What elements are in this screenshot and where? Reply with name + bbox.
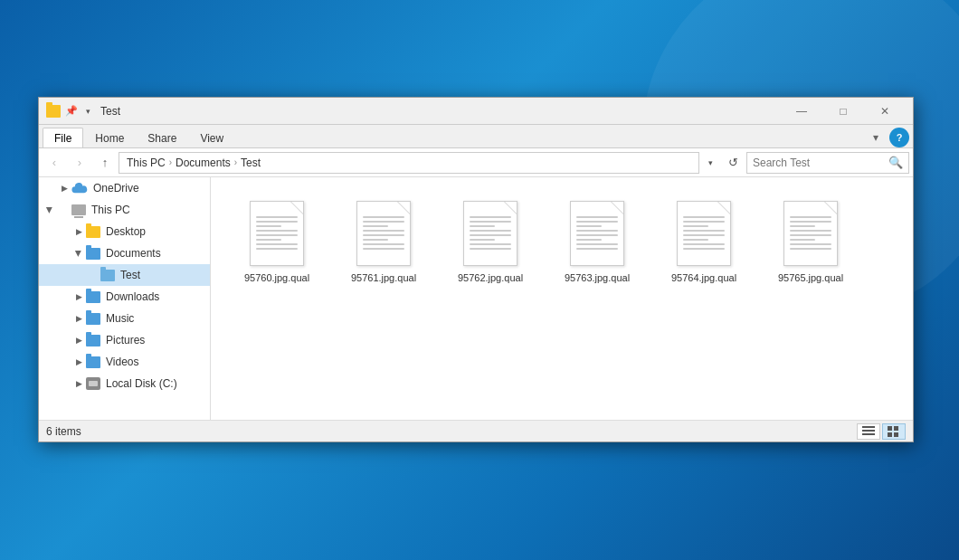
path-segment-thispc[interactable]: This PC <box>127 157 166 169</box>
sidebar-label-desktop: Desktop <box>106 225 146 238</box>
doc-lines <box>363 216 404 250</box>
doc-line <box>790 243 831 245</box>
sidebar-label-thispc: This PC <box>91 204 130 216</box>
doc-line <box>576 248 618 250</box>
svg-rect-1 <box>862 426 875 428</box>
window-title: Test <box>100 105 781 118</box>
tab-home[interactable]: Home <box>83 128 136 147</box>
search-input[interactable] <box>753 157 888 169</box>
doc-line <box>683 248 725 250</box>
doc-line <box>470 234 511 236</box>
doc-icon <box>783 201 838 266</box>
doc-line <box>363 230 404 232</box>
expand-arrow-downloads: ▶ <box>71 289 86 304</box>
file-name: 95764.jpg.qual <box>671 271 736 284</box>
sidebar-item-pictures[interactable]: ▶ Pictures <box>39 329 210 351</box>
doc-line <box>256 234 298 236</box>
sidebar-item-test[interactable]: Test <box>39 264 210 286</box>
path-segment-test[interactable]: Test <box>241 157 261 169</box>
expand-arrow-pictures: ▶ <box>71 333 86 347</box>
title-bar: 📌 ▾ Test — □ ✕ <box>39 98 913 125</box>
doc-line <box>790 225 815 227</box>
disk-icon <box>86 377 100 390</box>
file-item[interactable]: 95762.jpg.qual <box>441 194 540 291</box>
address-bar: ‹ › ↑ This PC › Documents › Test ▾ ↺ 🔍 <box>39 148 913 177</box>
doc-line <box>470 243 511 245</box>
help-button[interactable]: ? <box>889 128 909 147</box>
refresh-button[interactable]: ↺ <box>721 152 745 174</box>
doc-line <box>790 239 815 241</box>
doc-line <box>576 216 618 218</box>
forward-button[interactable]: › <box>68 152 91 174</box>
ribbon-collapse-icon[interactable]: ▾ <box>866 128 886 147</box>
close-button[interactable]: ✕ <box>864 98 906 125</box>
sidebar-item-localc[interactable]: ▶ Local Disk (C:) <box>39 373 210 394</box>
file-item[interactable]: 95765.jpg.qual <box>761 194 860 291</box>
expand-arrow-onedrive: ▶ <box>57 181 71 195</box>
expand-arrow-localc: ▶ <box>71 376 86 391</box>
address-path[interactable]: This PC › Documents › Test <box>119 152 699 174</box>
svg-rect-6 <box>888 432 892 437</box>
svg-rect-7 <box>894 432 898 437</box>
svg-rect-2 <box>862 430 875 432</box>
doc-lines <box>790 216 831 250</box>
doc-line <box>256 243 298 245</box>
address-dropdown-button[interactable]: ▾ <box>701 152 719 174</box>
doc-lines <box>470 216 511 250</box>
path-arrow-2: › <box>234 157 237 167</box>
doc-line <box>363 239 388 241</box>
svg-rect-0 <box>89 381 98 386</box>
file-item[interactable]: 95763.jpg.qual <box>547 194 647 291</box>
tab-file[interactable]: File <box>43 128 83 147</box>
icons-view-button[interactable] <box>882 423 906 440</box>
sidebar-item-music[interactable]: ▶ Music <box>39 308 210 329</box>
file-item[interactable]: 95761.jpg.qual <box>334 194 433 291</box>
file-view: 95760.jpg.qual 95761.jpg.qual 95762.jpg.… <box>211 177 913 420</box>
back-button[interactable]: ‹ <box>43 152 66 174</box>
ribbon-tabs: File Home Share View ▾ ? <box>39 125 913 148</box>
doc-icon <box>356 201 411 266</box>
doc-line <box>363 248 404 250</box>
sidebar-label-test: Test <box>120 269 140 281</box>
window-controls: — □ ✕ <box>781 98 906 125</box>
doc-line <box>576 225 602 227</box>
sidebar-label-music: Music <box>106 312 134 325</box>
doc-line <box>470 221 511 223</box>
file-item[interactable]: 95760.jpg.qual <box>227 194 327 291</box>
folder-icon-music <box>86 313 100 325</box>
doc-line <box>790 216 831 218</box>
doc-line <box>576 230 618 232</box>
search-box[interactable]: 🔍 <box>746 152 909 174</box>
up-button[interactable]: ↑ <box>93 152 117 174</box>
sidebar-item-desktop[interactable]: ▶ Desktop <box>39 221 210 242</box>
sidebar-item-thispc[interactable]: ▶ This PC <box>39 199 210 221</box>
doc-line <box>470 225 495 227</box>
path-segment-documents[interactable]: Documents <box>176 157 231 169</box>
sidebar-item-videos[interactable]: ▶ Videos <box>39 351 210 373</box>
details-view-button[interactable] <box>857 423 880 440</box>
doc-line <box>256 225 281 227</box>
sidebar-item-onedrive[interactable]: ▶ OneDrive <box>39 177 210 199</box>
svg-rect-4 <box>888 426 892 431</box>
folder-icon-test <box>100 270 115 281</box>
doc-line <box>683 216 725 218</box>
doc-line <box>683 234 725 236</box>
file-item[interactable]: 95764.jpg.qual <box>654 194 754 291</box>
sidebar-item-downloads[interactable]: ▶ Downloads <box>39 286 210 308</box>
sidebar-label-onedrive: OneDrive <box>93 182 139 195</box>
minimize-button[interactable]: — <box>781 98 822 125</box>
doc-line <box>256 221 298 223</box>
doc-line <box>470 230 511 232</box>
search-icon[interactable]: 🔍 <box>888 156 903 169</box>
sidebar-item-documents[interactable]: ▶ Documents <box>39 242 210 264</box>
tab-share[interactable]: Share <box>136 128 188 147</box>
sidebar-label-downloads: Downloads <box>106 290 159 303</box>
doc-icon <box>570 201 624 266</box>
folder-icon-documents <box>86 248 100 260</box>
maximize-button[interactable]: □ <box>822 98 864 125</box>
doc-line <box>470 239 495 241</box>
doc-line <box>256 216 298 218</box>
tab-view[interactable]: View <box>188 128 235 147</box>
doc-line <box>683 239 708 241</box>
doc-line <box>576 239 602 241</box>
